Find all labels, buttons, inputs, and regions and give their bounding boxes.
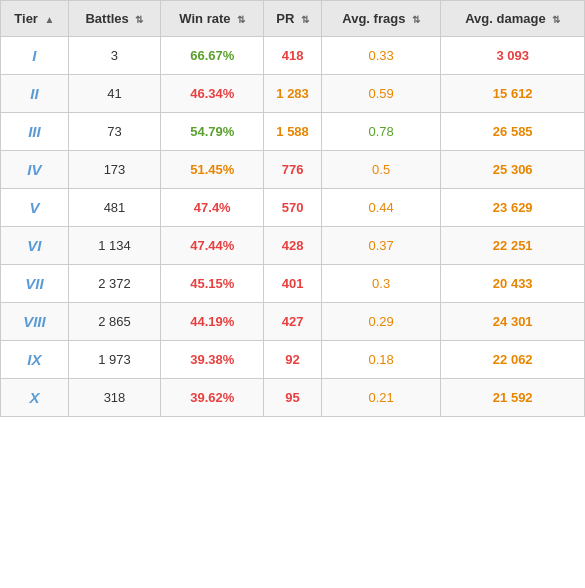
pr-cell: 776 bbox=[264, 151, 322, 189]
pr-cell: 401 bbox=[264, 265, 322, 303]
table-row: VIII2 86544.19%4270.2924 301 bbox=[1, 303, 585, 341]
winrate-cell: 47.4% bbox=[161, 189, 264, 227]
sort-arrow-frags: ⇅ bbox=[412, 14, 420, 25]
sort-arrow-pr: ⇅ bbox=[301, 14, 309, 25]
frags-cell: 0.33 bbox=[321, 37, 441, 75]
tier-cell: VI bbox=[1, 227, 69, 265]
table-row: I366.67%4180.333 093 bbox=[1, 37, 585, 75]
pr-cell: 418 bbox=[264, 37, 322, 75]
pr-cell: 1 588 bbox=[264, 113, 322, 151]
pr-cell: 92 bbox=[264, 341, 322, 379]
frags-cell: 0.59 bbox=[321, 75, 441, 113]
pr-cell: 428 bbox=[264, 227, 322, 265]
damage-cell: 25 306 bbox=[441, 151, 585, 189]
battles-cell: 2 865 bbox=[68, 303, 160, 341]
tier-cell: VIII bbox=[1, 303, 69, 341]
table-row: IX1 97339.38%920.1822 062 bbox=[1, 341, 585, 379]
frags-cell: 0.29 bbox=[321, 303, 441, 341]
sort-arrow-winrate: ⇅ bbox=[237, 14, 245, 25]
tier-cell: VII bbox=[1, 265, 69, 303]
table-row: V48147.4%5700.4423 629 bbox=[1, 189, 585, 227]
tier-cell: X bbox=[1, 379, 69, 417]
sort-arrow-battles: ⇅ bbox=[135, 14, 143, 25]
damage-cell: 21 592 bbox=[441, 379, 585, 417]
col-header-tier[interactable]: Tier ▲ bbox=[1, 1, 69, 37]
col-header-avg-frags[interactable]: Avg. frags ⇅ bbox=[321, 1, 441, 37]
damage-cell: 15 612 bbox=[441, 75, 585, 113]
winrate-cell: 51.45% bbox=[161, 151, 264, 189]
tier-cell: V bbox=[1, 189, 69, 227]
frags-cell: 0.3 bbox=[321, 265, 441, 303]
winrate-cell: 39.62% bbox=[161, 379, 264, 417]
frags-cell: 0.21 bbox=[321, 379, 441, 417]
frags-cell: 0.5 bbox=[321, 151, 441, 189]
table-row: IV17351.45%7760.525 306 bbox=[1, 151, 585, 189]
table-row: II4146.34%1 2830.5915 612 bbox=[1, 75, 585, 113]
sort-arrow-tier: ▲ bbox=[45, 14, 55, 25]
col-header-winrate[interactable]: Win rate ⇅ bbox=[161, 1, 264, 37]
winrate-cell: 44.19% bbox=[161, 303, 264, 341]
pr-cell: 427 bbox=[264, 303, 322, 341]
damage-cell: 23 629 bbox=[441, 189, 585, 227]
battles-cell: 3 bbox=[68, 37, 160, 75]
table-row: III7354.79%1 5880.7826 585 bbox=[1, 113, 585, 151]
table-row: X31839.62%950.2121 592 bbox=[1, 379, 585, 417]
battles-cell: 41 bbox=[68, 75, 160, 113]
tier-cell: IV bbox=[1, 151, 69, 189]
col-header-battles[interactable]: Battles ⇅ bbox=[68, 1, 160, 37]
battles-cell: 73 bbox=[68, 113, 160, 151]
pr-cell: 95 bbox=[264, 379, 322, 417]
tier-cell: III bbox=[1, 113, 69, 151]
battles-cell: 481 bbox=[68, 189, 160, 227]
col-header-pr[interactable]: PR ⇅ bbox=[264, 1, 322, 37]
battles-cell: 173 bbox=[68, 151, 160, 189]
stats-table: Tier ▲ Battles ⇅ Win rate ⇅ PR ⇅ Avg. fr… bbox=[0, 0, 585, 417]
frags-cell: 0.44 bbox=[321, 189, 441, 227]
battles-cell: 1 973 bbox=[68, 341, 160, 379]
damage-cell: 26 585 bbox=[441, 113, 585, 151]
damage-cell: 22 251 bbox=[441, 227, 585, 265]
damage-cell: 22 062 bbox=[441, 341, 585, 379]
winrate-cell: 39.38% bbox=[161, 341, 264, 379]
table-row: VI1 13447.44%4280.3722 251 bbox=[1, 227, 585, 265]
tier-cell: IX bbox=[1, 341, 69, 379]
damage-cell: 20 433 bbox=[441, 265, 585, 303]
pr-cell: 1 283 bbox=[264, 75, 322, 113]
damage-cell: 24 301 bbox=[441, 303, 585, 341]
tier-cell: I bbox=[1, 37, 69, 75]
battles-cell: 1 134 bbox=[68, 227, 160, 265]
sort-arrow-damage: ⇅ bbox=[552, 14, 560, 25]
frags-cell: 0.78 bbox=[321, 113, 441, 151]
battles-cell: 2 372 bbox=[68, 265, 160, 303]
table-row: VII2 37245.15%4010.320 433 bbox=[1, 265, 585, 303]
pr-cell: 570 bbox=[264, 189, 322, 227]
frags-cell: 0.18 bbox=[321, 341, 441, 379]
damage-cell: 3 093 bbox=[441, 37, 585, 75]
winrate-cell: 46.34% bbox=[161, 75, 264, 113]
battles-cell: 318 bbox=[68, 379, 160, 417]
tier-cell: II bbox=[1, 75, 69, 113]
frags-cell: 0.37 bbox=[321, 227, 441, 265]
winrate-cell: 66.67% bbox=[161, 37, 264, 75]
winrate-cell: 54.79% bbox=[161, 113, 264, 151]
col-header-avg-damage[interactable]: Avg. damage ⇅ bbox=[441, 1, 585, 37]
winrate-cell: 47.44% bbox=[161, 227, 264, 265]
header-row: Tier ▲ Battles ⇅ Win rate ⇅ PR ⇅ Avg. fr… bbox=[1, 1, 585, 37]
winrate-cell: 45.15% bbox=[161, 265, 264, 303]
